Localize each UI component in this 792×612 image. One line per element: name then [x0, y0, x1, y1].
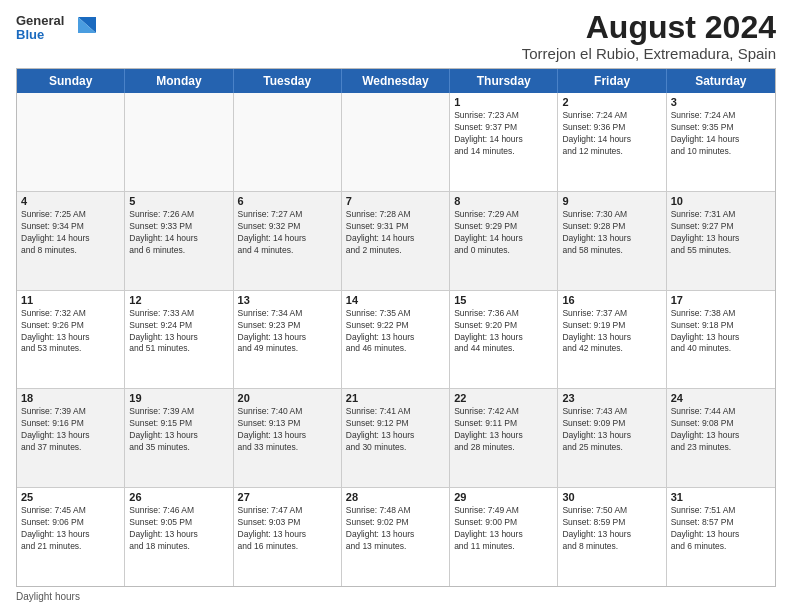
- day-info: Sunrise: 7:40 AM Sunset: 9:13 PM Dayligh…: [238, 406, 337, 454]
- day-number: 17: [671, 294, 771, 306]
- day-number: 27: [238, 491, 337, 503]
- day-info: Sunrise: 7:34 AM Sunset: 9:23 PM Dayligh…: [238, 308, 337, 356]
- day-number: 30: [562, 491, 661, 503]
- day-number: 6: [238, 195, 337, 207]
- day-number: 11: [21, 294, 120, 306]
- day-info: Sunrise: 7:31 AM Sunset: 9:27 PM Dayligh…: [671, 209, 771, 257]
- day-info: Sunrise: 7:44 AM Sunset: 9:08 PM Dayligh…: [671, 406, 771, 454]
- day-cell-24: 24Sunrise: 7:44 AM Sunset: 9:08 PM Dayli…: [667, 389, 775, 487]
- day-info: Sunrise: 7:47 AM Sunset: 9:03 PM Dayligh…: [238, 505, 337, 553]
- day-info: Sunrise: 7:24 AM Sunset: 9:36 PM Dayligh…: [562, 110, 661, 158]
- day-cell-2: 2Sunrise: 7:24 AM Sunset: 9:36 PM Daylig…: [558, 93, 666, 191]
- logo-line1: General: [16, 14, 64, 28]
- day-number: 4: [21, 195, 120, 207]
- day-cell-4: 4Sunrise: 7:25 AM Sunset: 9:34 PM Daylig…: [17, 192, 125, 290]
- day-info: Sunrise: 7:35 AM Sunset: 9:22 PM Dayligh…: [346, 308, 445, 356]
- day-number: 9: [562, 195, 661, 207]
- day-cell-10: 10Sunrise: 7:31 AM Sunset: 9:27 PM Dayli…: [667, 192, 775, 290]
- day-number: 10: [671, 195, 771, 207]
- day-cell-5: 5Sunrise: 7:26 AM Sunset: 9:33 PM Daylig…: [125, 192, 233, 290]
- day-number: 8: [454, 195, 553, 207]
- day-info: Sunrise: 7:39 AM Sunset: 9:15 PM Dayligh…: [129, 406, 228, 454]
- day-info: Sunrise: 7:37 AM Sunset: 9:19 PM Dayligh…: [562, 308, 661, 356]
- day-cell-19: 19Sunrise: 7:39 AM Sunset: 9:15 PM Dayli…: [125, 389, 233, 487]
- day-number: 22: [454, 392, 553, 404]
- day-number: 14: [346, 294, 445, 306]
- day-number: 26: [129, 491, 228, 503]
- day-number: 7: [346, 195, 445, 207]
- day-number: 16: [562, 294, 661, 306]
- day-cell-9: 9Sunrise: 7:30 AM Sunset: 9:28 PM Daylig…: [558, 192, 666, 290]
- day-info: Sunrise: 7:39 AM Sunset: 9:16 PM Dayligh…: [21, 406, 120, 454]
- day-number: 24: [671, 392, 771, 404]
- calendar-body: 1Sunrise: 7:23 AM Sunset: 9:37 PM Daylig…: [17, 93, 775, 586]
- day-cell-30: 30Sunrise: 7:50 AM Sunset: 8:59 PM Dayli…: [558, 488, 666, 586]
- day-number: 1: [454, 96, 553, 108]
- header-cell-monday: Monday: [125, 69, 233, 93]
- day-number: 19: [129, 392, 228, 404]
- day-cell-1: 1Sunrise: 7:23 AM Sunset: 9:37 PM Daylig…: [450, 93, 558, 191]
- day-number: 20: [238, 392, 337, 404]
- empty-cell: [342, 93, 450, 191]
- day-cell-23: 23Sunrise: 7:43 AM Sunset: 9:09 PM Dayli…: [558, 389, 666, 487]
- day-info: Sunrise: 7:50 AM Sunset: 8:59 PM Dayligh…: [562, 505, 661, 553]
- header-cell-saturday: Saturday: [667, 69, 775, 93]
- header-cell-wednesday: Wednesday: [342, 69, 450, 93]
- empty-cell: [17, 93, 125, 191]
- day-info: Sunrise: 7:45 AM Sunset: 9:06 PM Dayligh…: [21, 505, 120, 553]
- day-cell-3: 3Sunrise: 7:24 AM Sunset: 9:35 PM Daylig…: [667, 93, 775, 191]
- day-number: 31: [671, 491, 771, 503]
- day-number: 5: [129, 195, 228, 207]
- day-cell-20: 20Sunrise: 7:40 AM Sunset: 9:13 PM Dayli…: [234, 389, 342, 487]
- day-info: Sunrise: 7:49 AM Sunset: 9:00 PM Dayligh…: [454, 505, 553, 553]
- day-number: 12: [129, 294, 228, 306]
- day-info: Sunrise: 7:36 AM Sunset: 9:20 PM Dayligh…: [454, 308, 553, 356]
- day-info: Sunrise: 7:33 AM Sunset: 9:24 PM Dayligh…: [129, 308, 228, 356]
- day-cell-18: 18Sunrise: 7:39 AM Sunset: 9:16 PM Dayli…: [17, 389, 125, 487]
- empty-cell: [234, 93, 342, 191]
- calendar-week-3: 11Sunrise: 7:32 AM Sunset: 9:26 PM Dayli…: [17, 291, 775, 390]
- day-info: Sunrise: 7:43 AM Sunset: 9:09 PM Dayligh…: [562, 406, 661, 454]
- day-cell-12: 12Sunrise: 7:33 AM Sunset: 9:24 PM Dayli…: [125, 291, 233, 389]
- calendar-week-1: 1Sunrise: 7:23 AM Sunset: 9:37 PM Daylig…: [17, 93, 775, 192]
- header-cell-sunday: Sunday: [17, 69, 125, 93]
- header-cell-tuesday: Tuesday: [234, 69, 342, 93]
- logo-icon: [68, 13, 96, 41]
- day-number: 13: [238, 294, 337, 306]
- day-number: 21: [346, 392, 445, 404]
- title-block: August 2024 Torrejon el Rubio, Extremadu…: [522, 10, 776, 62]
- calendar-header: SundayMondayTuesdayWednesdayThursdayFrid…: [17, 69, 775, 93]
- calendar: SundayMondayTuesdayWednesdayThursdayFrid…: [16, 68, 776, 587]
- day-number: 18: [21, 392, 120, 404]
- day-cell-8: 8Sunrise: 7:29 AM Sunset: 9:29 PM Daylig…: [450, 192, 558, 290]
- day-info: Sunrise: 7:48 AM Sunset: 9:02 PM Dayligh…: [346, 505, 445, 553]
- day-number: 29: [454, 491, 553, 503]
- footer-note: Daylight hours: [16, 591, 776, 602]
- day-number: 25: [21, 491, 120, 503]
- header: General Blue August 2024 Torrejon el Rub…: [16, 10, 776, 62]
- logo: General Blue: [16, 14, 96, 43]
- day-info: Sunrise: 7:27 AM Sunset: 9:32 PM Dayligh…: [238, 209, 337, 257]
- day-cell-6: 6Sunrise: 7:27 AM Sunset: 9:32 PM Daylig…: [234, 192, 342, 290]
- day-info: Sunrise: 7:32 AM Sunset: 9:26 PM Dayligh…: [21, 308, 120, 356]
- day-cell-7: 7Sunrise: 7:28 AM Sunset: 9:31 PM Daylig…: [342, 192, 450, 290]
- day-cell-15: 15Sunrise: 7:36 AM Sunset: 9:20 PM Dayli…: [450, 291, 558, 389]
- day-info: Sunrise: 7:51 AM Sunset: 8:57 PM Dayligh…: [671, 505, 771, 553]
- day-cell-16: 16Sunrise: 7:37 AM Sunset: 9:19 PM Dayli…: [558, 291, 666, 389]
- day-info: Sunrise: 7:41 AM Sunset: 9:12 PM Dayligh…: [346, 406, 445, 454]
- day-info: Sunrise: 7:23 AM Sunset: 9:37 PM Dayligh…: [454, 110, 553, 158]
- day-info: Sunrise: 7:46 AM Sunset: 9:05 PM Dayligh…: [129, 505, 228, 553]
- day-info: Sunrise: 7:28 AM Sunset: 9:31 PM Dayligh…: [346, 209, 445, 257]
- page: General Blue August 2024 Torrejon el Rub…: [0, 0, 792, 612]
- calendar-week-2: 4Sunrise: 7:25 AM Sunset: 9:34 PM Daylig…: [17, 192, 775, 291]
- page-subtitle: Torrejon el Rubio, Extremadura, Spain: [522, 45, 776, 62]
- day-number: 15: [454, 294, 553, 306]
- day-number: 23: [562, 392, 661, 404]
- day-cell-27: 27Sunrise: 7:47 AM Sunset: 9:03 PM Dayli…: [234, 488, 342, 586]
- day-cell-22: 22Sunrise: 7:42 AM Sunset: 9:11 PM Dayli…: [450, 389, 558, 487]
- day-cell-21: 21Sunrise: 7:41 AM Sunset: 9:12 PM Dayli…: [342, 389, 450, 487]
- day-info: Sunrise: 7:29 AM Sunset: 9:29 PM Dayligh…: [454, 209, 553, 257]
- day-cell-11: 11Sunrise: 7:32 AM Sunset: 9:26 PM Dayli…: [17, 291, 125, 389]
- day-cell-29: 29Sunrise: 7:49 AM Sunset: 9:00 PM Dayli…: [450, 488, 558, 586]
- page-title: August 2024: [522, 10, 776, 45]
